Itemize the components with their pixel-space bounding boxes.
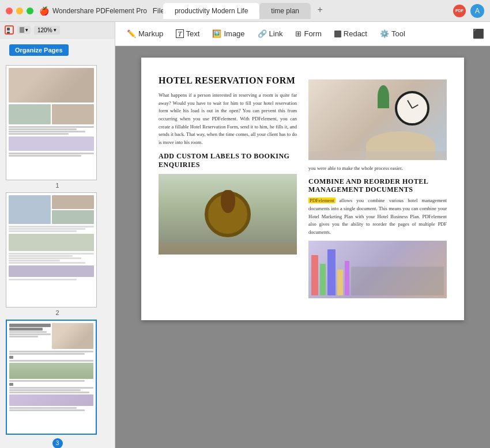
text-button[interactable]: T Text xyxy=(170,27,205,40)
text-icon: T xyxy=(176,29,183,38)
app-name: Wondershare PDFelement Pro xyxy=(52,7,147,15)
highlighted-word: PDFelement xyxy=(308,198,336,203)
toolbar: ✏️ Markup T Text 🖼️ Image 🔗 Link ⊞ Form xyxy=(115,22,490,46)
pdf-main-heading: HOTEL RESERVATION FORM xyxy=(159,75,297,86)
tab-bar: productivity Modern Life time plan + xyxy=(163,3,327,19)
close-button[interactable] xyxy=(6,7,13,14)
grid-view-icon[interactable] xyxy=(5,25,14,35)
pdf-body-text-1: What happens if a person interested in r… xyxy=(159,92,297,146)
redact-button[interactable]: Redact xyxy=(329,27,373,40)
pdf-image-pine-table xyxy=(159,174,297,255)
page-number-2: 2 xyxy=(6,309,109,316)
tool-button[interactable]: ⚙️ Tool xyxy=(374,27,411,40)
redact-icon xyxy=(334,31,341,37)
page-thumb-2[interactable]: 2 xyxy=(6,192,109,316)
pdf-body-combine: PDFelement allows you combine various ho… xyxy=(308,197,447,236)
page-thumb-3[interactable]: 3 xyxy=(6,320,109,448)
pdf-image-hotel-room xyxy=(308,79,447,160)
form-button[interactable]: ⊞ Form xyxy=(289,27,327,40)
organize-pages-label: Organize Pages xyxy=(9,44,69,56)
expand-button[interactable]: ⬛ xyxy=(473,28,484,39)
minimize-button[interactable] xyxy=(16,7,23,14)
maximize-button[interactable] xyxy=(27,7,33,14)
page-view-toggle[interactable]: ▾ xyxy=(17,26,31,34)
app-branding: 🍎 Wondershare PDFelement Pro xyxy=(39,6,147,16)
title-bar-right: PDF A xyxy=(453,4,484,18)
link-button[interactable]: 🔗 Link xyxy=(252,27,289,40)
pdf-image-books xyxy=(308,241,447,298)
page-number-3-container: 3 xyxy=(6,437,109,448)
zoom-control[interactable]: 120% ▾ xyxy=(34,26,60,35)
new-tab-button[interactable]: + xyxy=(313,3,327,17)
tab-productivity[interactable]: productivity Modern Life xyxy=(163,3,259,19)
page-thumb-1[interactable]: 1 xyxy=(6,65,109,189)
pdf-right-column: you were able to make the whole process … xyxy=(308,75,447,303)
pdf-page: HOTEL RESERVATION FORM What happens if a… xyxy=(141,58,464,320)
image-button[interactable]: 🖼️ Image xyxy=(206,27,250,40)
link-icon: 🔗 xyxy=(258,29,267,38)
pdf-body-text-right: you were able to make the whole process … xyxy=(308,165,447,173)
page-number-1: 1 xyxy=(6,182,109,189)
pdf-combine-heading: COMBINE AND REORDER HOTEL MANAGEMENT DOC… xyxy=(308,177,447,194)
pdf-content-area: HOTEL RESERVATION FORM What happens if a… xyxy=(115,46,490,448)
apple-icon: 🍎 xyxy=(39,6,49,16)
markup-button[interactable]: ✏️ Markup xyxy=(121,27,169,40)
pdf-subheading-1: ADD CUSTOM LABELS TO BOOKING ENQUIRIES xyxy=(159,152,297,169)
traffic-lights xyxy=(6,7,33,14)
tool-icon: ⚙️ xyxy=(380,29,389,38)
image-icon: 🖼️ xyxy=(212,29,221,38)
notification-badge[interactable]: PDF xyxy=(453,5,466,17)
title-bar: 🍎 Wondershare PDFelement Pro File Edit V… xyxy=(0,0,490,22)
single-page-icon xyxy=(20,27,24,33)
tab-timeplan[interactable]: time plan xyxy=(259,3,311,19)
form-icon: ⊞ xyxy=(295,29,301,38)
markup-icon: ✏️ xyxy=(127,29,136,38)
pdf-left-column: HOTEL RESERVATION FORM What happens if a… xyxy=(159,75,297,303)
page-badge-3: 3 xyxy=(52,438,63,449)
expand-icon: ⬛ xyxy=(473,29,484,39)
avatar[interactable]: A xyxy=(470,4,484,18)
